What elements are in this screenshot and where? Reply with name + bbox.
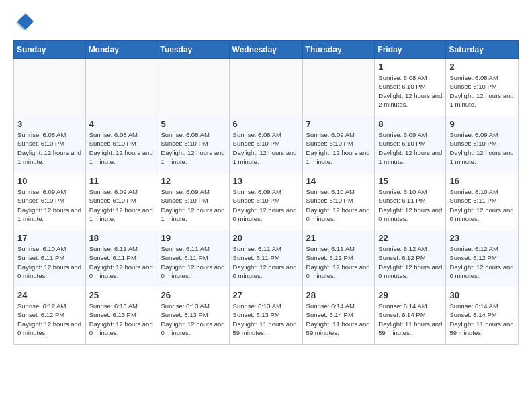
calendar-cell: 9Sunrise: 6:09 AM Sunset: 6:10 PM Daylig…	[446, 116, 519, 173]
day-info: Sunrise: 6:11 AM Sunset: 6:12 PM Dayligh…	[306, 244, 371, 280]
calendar-header-sunday: Sunday	[14, 41, 86, 59]
day-number: 30	[449, 290, 515, 300]
day-number: 26	[161, 290, 225, 300]
day-info: Sunrise: 6:09 AM Sunset: 6:10 PM Dayligh…	[89, 187, 154, 223]
day-number: 14	[306, 176, 371, 186]
day-number: 4	[89, 119, 154, 129]
calendar-header-saturday: Saturday	[446, 41, 519, 59]
day-number: 24	[17, 290, 82, 300]
day-number: 27	[233, 290, 299, 300]
day-info: Sunrise: 6:08 AM Sunset: 6:10 PM Dayligh…	[89, 130, 154, 166]
day-info: Sunrise: 6:09 AM Sunset: 6:10 PM Dayligh…	[17, 187, 82, 223]
calendar-cell: 11Sunrise: 6:09 AM Sunset: 6:10 PM Dayli…	[85, 173, 157, 230]
calendar-header-thursday: Thursday	[302, 41, 375, 59]
calendar-table: SundayMondayTuesdayWednesdayThursdayFrid…	[13, 40, 519, 345]
calendar-cell: 19Sunrise: 6:11 AM Sunset: 6:11 PM Dayli…	[157, 230, 229, 287]
calendar-week-row: 1Sunrise: 6:08 AM Sunset: 6:10 PM Daylig…	[14, 59, 519, 116]
calendar-cell: 28Sunrise: 6:14 AM Sunset: 6:14 PM Dayli…	[302, 287, 375, 345]
calendar-cell: 7Sunrise: 6:09 AM Sunset: 6:10 PM Daylig…	[302, 116, 375, 173]
day-info: Sunrise: 6:08 AM Sunset: 6:10 PM Dayligh…	[378, 73, 442, 109]
logo-icon	[13, 13, 34, 34]
calendar-cell: 15Sunrise: 6:10 AM Sunset: 6:11 PM Dayli…	[375, 173, 446, 230]
calendar-cell: 6Sunrise: 6:08 AM Sunset: 6:10 PM Daylig…	[229, 116, 302, 173]
day-info: Sunrise: 6:10 AM Sunset: 6:11 PM Dayligh…	[17, 244, 82, 280]
day-info: Sunrise: 6:12 AM Sunset: 6:12 PM Dayligh…	[378, 244, 442, 280]
calendar-cell: 16Sunrise: 6:10 AM Sunset: 6:11 PM Dayli…	[446, 173, 519, 230]
day-number: 11	[89, 176, 154, 186]
day-info: Sunrise: 6:09 AM Sunset: 6:10 PM Dayligh…	[378, 130, 442, 166]
day-number: 5	[161, 119, 225, 129]
calendar-cell: 5Sunrise: 6:08 AM Sunset: 6:10 PM Daylig…	[157, 116, 229, 173]
calendar-cell: 24Sunrise: 6:12 AM Sunset: 6:12 PM Dayli…	[14, 287, 86, 345]
day-info: Sunrise: 6:09 AM Sunset: 6:10 PM Dayligh…	[306, 130, 371, 166]
day-number: 23	[449, 233, 515, 243]
day-number: 17	[17, 233, 82, 243]
calendar-week-row: 24Sunrise: 6:12 AM Sunset: 6:12 PM Dayli…	[14, 287, 519, 345]
page-header	[13, 13, 519, 34]
calendar-cell: 21Sunrise: 6:11 AM Sunset: 6:12 PM Dayli…	[302, 230, 375, 287]
calendar-week-row: 3Sunrise: 6:08 AM Sunset: 6:10 PM Daylig…	[14, 116, 519, 173]
calendar-cell	[157, 59, 229, 116]
calendar-cell: 17Sunrise: 6:10 AM Sunset: 6:11 PM Dayli…	[14, 230, 86, 287]
day-number: 7	[306, 119, 371, 129]
day-info: Sunrise: 6:14 AM Sunset: 6:14 PM Dayligh…	[449, 302, 515, 337]
day-number: 9	[449, 119, 515, 129]
calendar-cell: 12Sunrise: 6:09 AM Sunset: 6:10 PM Dayli…	[157, 173, 229, 230]
logo	[13, 13, 36, 34]
calendar-cell	[229, 59, 302, 116]
day-info: Sunrise: 6:13 AM Sunset: 6:13 PM Dayligh…	[161, 302, 225, 337]
day-info: Sunrise: 6:13 AM Sunset: 6:13 PM Dayligh…	[89, 302, 154, 337]
calendar-cell: 27Sunrise: 6:13 AM Sunset: 6:13 PM Dayli…	[229, 287, 302, 345]
day-number: 16	[449, 176, 515, 186]
day-info: Sunrise: 6:09 AM Sunset: 6:10 PM Dayligh…	[449, 130, 515, 166]
calendar-cell: 30Sunrise: 6:14 AM Sunset: 6:14 PM Dayli…	[446, 287, 519, 345]
day-info: Sunrise: 6:10 AM Sunset: 6:11 PM Dayligh…	[378, 187, 442, 223]
day-number: 28	[306, 290, 371, 300]
calendar-cell	[302, 59, 375, 116]
calendar-week-row: 10Sunrise: 6:09 AM Sunset: 6:10 PM Dayli…	[14, 173, 519, 230]
day-info: Sunrise: 6:08 AM Sunset: 6:10 PM Dayligh…	[233, 130, 299, 166]
calendar-cell	[14, 59, 86, 116]
day-number: 6	[233, 119, 299, 129]
calendar-cell: 26Sunrise: 6:13 AM Sunset: 6:13 PM Dayli…	[157, 287, 229, 345]
calendar-cell: 29Sunrise: 6:14 AM Sunset: 6:14 PM Dayli…	[375, 287, 446, 345]
calendar-cell: 3Sunrise: 6:08 AM Sunset: 6:10 PM Daylig…	[14, 116, 86, 173]
day-info: Sunrise: 6:11 AM Sunset: 6:11 PM Dayligh…	[161, 244, 225, 280]
calendar-cell: 25Sunrise: 6:13 AM Sunset: 6:13 PM Dayli…	[85, 287, 157, 345]
day-number: 25	[89, 290, 154, 300]
calendar-cell: 1Sunrise: 6:08 AM Sunset: 6:10 PM Daylig…	[375, 59, 446, 116]
calendar-header-tuesday: Tuesday	[157, 41, 229, 59]
day-info: Sunrise: 6:13 AM Sunset: 6:13 PM Dayligh…	[233, 302, 299, 337]
day-info: Sunrise: 6:12 AM Sunset: 6:12 PM Dayligh…	[17, 302, 82, 337]
calendar-header-friday: Friday	[375, 41, 446, 59]
calendar-cell: 20Sunrise: 6:11 AM Sunset: 6:11 PM Dayli…	[229, 230, 302, 287]
calendar-cell: 18Sunrise: 6:11 AM Sunset: 6:11 PM Dayli…	[85, 230, 157, 287]
day-number: 21	[306, 233, 371, 243]
day-number: 2	[449, 62, 515, 72]
calendar-header-row: SundayMondayTuesdayWednesdayThursdayFrid…	[14, 41, 519, 59]
day-number: 3	[17, 119, 82, 129]
calendar-cell: 4Sunrise: 6:08 AM Sunset: 6:10 PM Daylig…	[85, 116, 157, 173]
calendar-week-row: 17Sunrise: 6:10 AM Sunset: 6:11 PM Dayli…	[14, 230, 519, 287]
day-info: Sunrise: 6:10 AM Sunset: 6:11 PM Dayligh…	[449, 187, 515, 223]
day-number: 22	[378, 233, 442, 243]
calendar-header-monday: Monday	[85, 41, 157, 59]
day-number: 13	[233, 176, 299, 186]
day-info: Sunrise: 6:08 AM Sunset: 6:10 PM Dayligh…	[449, 73, 515, 109]
day-number: 8	[378, 119, 442, 129]
day-info: Sunrise: 6:11 AM Sunset: 6:11 PM Dayligh…	[233, 244, 299, 280]
day-info: Sunrise: 6:11 AM Sunset: 6:11 PM Dayligh…	[89, 244, 154, 280]
day-number: 18	[89, 233, 154, 243]
day-number: 15	[378, 176, 442, 186]
day-info: Sunrise: 6:09 AM Sunset: 6:10 PM Dayligh…	[233, 187, 299, 223]
day-info: Sunrise: 6:14 AM Sunset: 6:14 PM Dayligh…	[378, 302, 442, 337]
calendar-cell: 8Sunrise: 6:09 AM Sunset: 6:10 PM Daylig…	[375, 116, 446, 173]
calendar-cell: 2Sunrise: 6:08 AM Sunset: 6:10 PM Daylig…	[446, 59, 519, 116]
calendar-cell: 10Sunrise: 6:09 AM Sunset: 6:10 PM Dayli…	[14, 173, 86, 230]
calendar-cell: 22Sunrise: 6:12 AM Sunset: 6:12 PM Dayli…	[375, 230, 446, 287]
calendar-header-wednesday: Wednesday	[229, 41, 302, 59]
day-info: Sunrise: 6:09 AM Sunset: 6:10 PM Dayligh…	[161, 187, 225, 223]
day-info: Sunrise: 6:12 AM Sunset: 6:12 PM Dayligh…	[449, 244, 515, 280]
day-number: 1	[378, 62, 442, 72]
calendar-cell: 14Sunrise: 6:10 AM Sunset: 6:10 PM Dayli…	[302, 173, 375, 230]
